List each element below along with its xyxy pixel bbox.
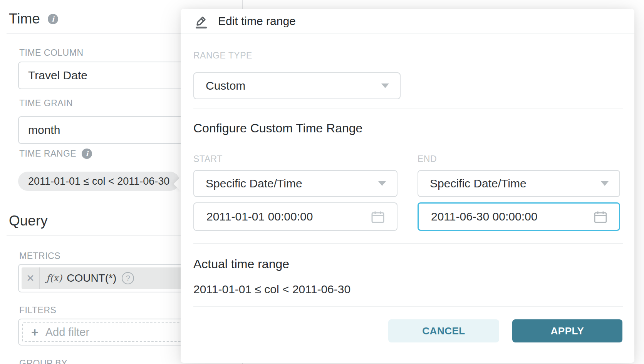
actual-time-range-value: 2011-01-01 ≤ col < 2011-06-30 [193,283,351,296]
time-grain-value: month [28,124,60,137]
add-filter-label: Add filter [45,326,89,339]
time-column-value: Travel Date [28,69,87,82]
range-type-label: RANGE TYPE [193,50,252,61]
filters-label: FILTERS [19,305,56,316]
time-range-header: TIME RANGE i [19,149,92,159]
calendar-icon[interactable] [371,211,384,225]
popover-divider [193,109,623,109]
popover-divider [193,306,623,307]
plus-icon: + [31,326,39,338]
end-mode-value: Specific Date/Time [430,177,527,190]
time-range-label: TIME RANGE [19,149,76,159]
range-type-select[interactable]: Custom [193,72,401,99]
dropdown-caret-icon [381,83,389,88]
metric-chip-label: COUNT(*) [67,272,116,284]
edit-time-range-popover: Edit time range RANGE TYPE Custom Config… [181,9,634,363]
group-by-label: GROUP BY [19,358,67,364]
start-datetime-input[interactable] [193,202,397,231]
time-grain-label: TIME GRAIN [19,98,73,109]
dropdown-caret-icon [601,181,609,186]
range-type-value: Custom [206,79,245,92]
start-label: START [193,154,223,164]
start-mode-value: Specific Date/Time [206,177,302,190]
end-datetime-input[interactable] [418,202,620,231]
popover-header: Edit time range [181,9,634,34]
time-section-header: Time i [9,11,58,27]
metrics-label: METRICS [19,251,60,261]
help-question-icon[interactable]: ? [122,272,134,284]
calendar-icon[interactable] [594,211,607,225]
explore-page: Time i TIME COLUMN Travel Date TIME GRAI… [0,0,644,364]
query-section-title: Query [9,213,48,229]
actual-time-range-heading: Actual time range [193,257,289,271]
end-label: END [418,154,437,164]
time-column-label: TIME COLUMN [19,48,84,58]
remove-x-icon[interactable]: ✕ [22,267,40,289]
info-icon[interactable]: i [82,149,92,159]
popover-title: Edit time range [218,15,296,28]
apply-button[interactable]: APPLY [512,319,622,342]
end-mode-select[interactable]: Specific Date/Time [418,170,620,197]
popover-divider [193,243,623,244]
time-range-pill[interactable]: 2011-01-01 ≤ col < 2011-06-30 [18,172,179,191]
dropdown-caret-icon [378,181,386,186]
start-mode-select[interactable]: Specific Date/Time [193,170,397,197]
edit-pencil-icon [193,13,210,29]
time-section-title: Time [9,11,40,27]
info-icon[interactable]: i [48,14,58,24]
function-fx-icon: ƒ(x) [46,273,62,284]
configure-heading: Configure Custom Time Range [193,121,362,135]
cancel-button[interactable]: CANCEL [388,319,499,342]
